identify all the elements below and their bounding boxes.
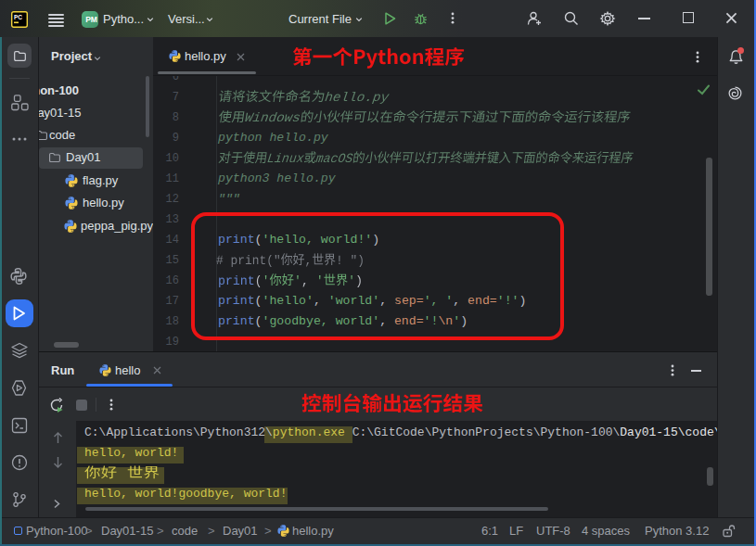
svg-text:PC: PC [14, 14, 22, 20]
